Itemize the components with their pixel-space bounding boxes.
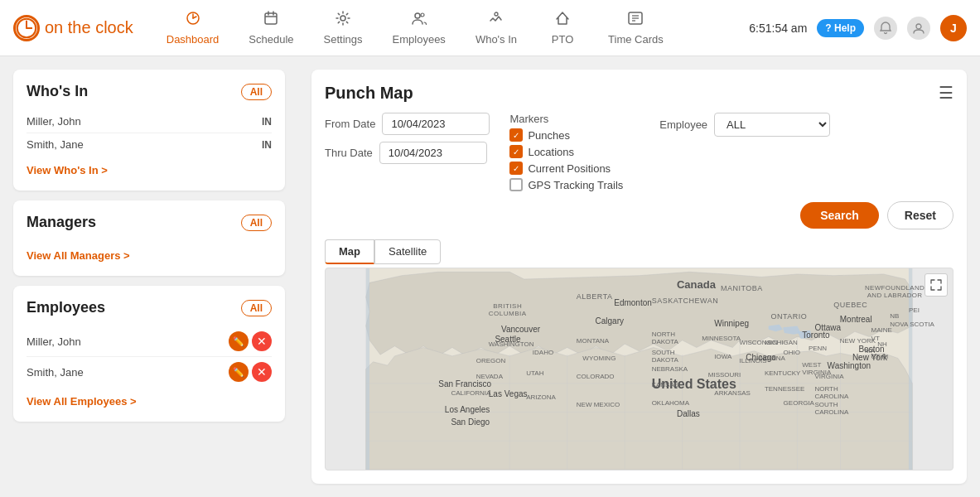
managers-all-badge[interactable]: All — [241, 215, 272, 231]
nav-label-pto: PTO — [552, 33, 574, 46]
map-tab-satellite[interactable]: Satellite — [374, 239, 441, 264]
nav-label-dashboard: Dashboard — [167, 33, 220, 46]
marker-gps-trails[interactable]: GPS Tracking Trails — [509, 178, 623, 191]
employee-row-0: Miller, John ✏️ ✕ — [27, 326, 272, 357]
from-date-input[interactable] — [382, 113, 490, 135]
employee-actions-1: ✏️ ✕ — [229, 362, 272, 382]
managers-card: Managers All View All Managers > — [13, 200, 285, 276]
locations-checkbox[interactable]: ✓ — [509, 145, 523, 158]
employee-name-0: Miller, John — [27, 335, 81, 348]
punches-label: Punches — [528, 129, 570, 142]
map-container: Canada ALBERTA BRITISHCOLUMBIA SASKATCHE… — [325, 268, 953, 470]
employees-header: Employees All — [27, 299, 272, 316]
employee-section: Employee ALL — [659, 113, 830, 137]
svg-point-9 — [415, 13, 420, 18]
whos-in-icon — [488, 10, 504, 31]
punches-checkbox[interactable]: ✓ — [509, 128, 523, 142]
employees-all-badge[interactable]: All — [241, 300, 272, 316]
employee-actions-0: ✏️ ✕ — [229, 331, 272, 351]
nav-label-whos-in: Who's In — [476, 33, 517, 46]
user-settings-icon[interactable] — [907, 17, 930, 40]
nav-item-whos-in[interactable]: Who's In — [462, 3, 530, 52]
punch-map-header: Punch Map ☰ — [325, 83, 953, 103]
nav-item-settings[interactable]: Settings — [311, 3, 376, 52]
markers-section: Markers ✓ Punches ✓ Locations ✓ Current … — [509, 113, 623, 191]
whos-in-all-badge[interactable]: All — [241, 84, 272, 100]
punch-map-menu-icon[interactable]: ☰ — [939, 83, 953, 103]
thru-date-input[interactable] — [379, 142, 487, 164]
whos-in-card: Who's In All Miller, John IN Smith, Jane… — [13, 70, 285, 191]
thru-date-group: Thru Date — [325, 142, 490, 164]
top-navigation: on the clock Dashboard — [0, 0, 980, 56]
view-all-managers-link[interactable]: View All Managers > — [27, 249, 130, 262]
schedule-icon — [263, 10, 279, 31]
notification-bell-icon[interactable] — [874, 17, 897, 40]
delete-employee-1-button[interactable]: ✕ — [252, 362, 272, 382]
svg-point-0 — [17, 18, 36, 37]
map-tabs: Map Satellite — [325, 239, 953, 264]
employees-card: Employees All Miller, John ✏️ ✕ Smith, J… — [13, 286, 285, 422]
view-whos-in-link[interactable]: View Who's In > — [27, 164, 108, 176]
view-all-employees-link[interactable]: View All Employees > — [27, 395, 137, 408]
marker-locations[interactable]: ✓ Locations — [509, 145, 623, 158]
nav-label-time-cards: Time Cards — [608, 33, 664, 46]
svg-point-8 — [340, 16, 345, 21]
svg-point-11 — [495, 12, 498, 16]
edit-employee-0-button[interactable]: ✏️ — [229, 331, 249, 351]
employee-name-1: Smith, Jane — [27, 366, 84, 379]
punch-map-title: Punch Map — [325, 84, 413, 103]
employee-filter-label: Employee — [659, 118, 707, 131]
svg-rect-18 — [366, 268, 369, 470]
locations-label: Locations — [528, 146, 574, 158]
map-expand-button[interactable] — [924, 273, 948, 297]
current-positions-checkbox[interactable]: ✓ — [509, 162, 523, 175]
form-section: From Date Thru Date Markers ✓ Punches — [325, 113, 953, 191]
svg-rect-4 — [265, 13, 277, 24]
delete-employee-0-button[interactable]: ✕ — [252, 331, 272, 351]
logo-text: on the clock — [45, 18, 133, 37]
whos-in-header: Who's In All — [27, 83, 272, 100]
gps-trails-checkbox[interactable] — [509, 178, 523, 191]
gps-trails-label: GPS Tracking Trails — [528, 179, 623, 191]
nav-item-schedule[interactable]: Schedule — [235, 3, 307, 52]
whos-in-employee-row-1: Smith, Jane IN — [27, 133, 272, 156]
marker-punches[interactable]: ✓ Punches — [509, 128, 623, 142]
dashboard-icon — [185, 10, 201, 31]
managers-header: Managers All — [27, 214, 272, 231]
nav-item-dashboard[interactable]: Dashboard — [153, 3, 233, 52]
employee-select[interactable]: ALL — [714, 113, 830, 137]
map-section: Map Satellite — [325, 239, 953, 470]
whos-in-employee-row-0: Miller, John IN — [27, 110, 272, 133]
nav-item-pto[interactable]: PTO — [533, 3, 591, 52]
time-cards-icon — [627, 10, 644, 31]
map-tab-map[interactable]: Map — [325, 239, 374, 264]
whos-in-employee-name-1: Smith, Jane — [27, 138, 84, 151]
thru-date-label: Thru Date — [325, 147, 373, 159]
logo-clock-icon — [13, 15, 40, 41]
nav-label-settings: Settings — [324, 33, 363, 46]
marker-current-positions[interactable]: ✓ Current Positions — [509, 162, 623, 175]
whos-in-employee-name-0: Miller, John — [27, 115, 81, 128]
search-button[interactable]: Search — [800, 202, 879, 229]
nav-item-employees[interactable]: Employees — [379, 3, 459, 52]
logo[interactable]: on the clock — [13, 15, 133, 41]
svg-point-10 — [421, 13, 424, 17]
nav-item-time-cards[interactable]: Time Cards — [595, 3, 677, 52]
employees-title: Employees — [27, 299, 105, 316]
avatar[interactable]: J — [940, 15, 967, 41]
employee-row-1: Smith, Jane ✏️ ✕ — [27, 357, 272, 387]
help-button[interactable]: ? Help — [817, 19, 864, 37]
edit-employee-1-button[interactable]: ✏️ — [229, 362, 249, 382]
from-date-label: From Date — [325, 118, 375, 130]
whos-in-status-1: IN — [262, 139, 272, 151]
employees-icon — [411, 10, 427, 31]
time-display: 6:51:54 am — [749, 22, 807, 35]
whos-in-status-0: IN — [262, 116, 272, 128]
action-row: Search Reset — [325, 201, 953, 229]
nav-right: 6:51:54 am ? Help J — [749, 15, 967, 41]
settings-icon — [335, 10, 351, 31]
nav-items: Dashboard Schedule Settings — [153, 3, 750, 52]
current-positions-label: Current Positions — [528, 162, 611, 175]
markers-label: Markers — [509, 113, 623, 125]
reset-button[interactable]: Reset — [887, 201, 953, 229]
